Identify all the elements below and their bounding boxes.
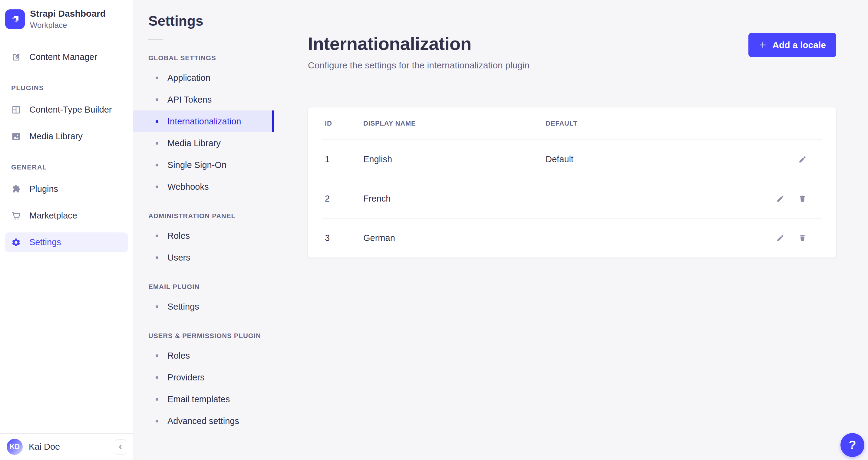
bullet-icon [156, 398, 158, 401]
chevron-left-icon [118, 444, 124, 450]
subnav-item-label: Webhooks [167, 182, 209, 192]
subnav-item-advanced-settings[interactable]: Advanced settings [133, 410, 274, 432]
layout-icon [11, 105, 21, 115]
bullet-icon [156, 98, 158, 101]
bullet-icon [156, 76, 158, 79]
subnav-item-label: Single Sign-On [167, 160, 226, 170]
row-actions [749, 155, 807, 163]
strapi-logo [5, 9, 25, 29]
delete-button[interactable] [798, 195, 807, 203]
delete-button[interactable] [798, 234, 807, 242]
subnav-item-label: Advanced settings [167, 416, 239, 426]
subnav-item-up-roles[interactable]: Roles [133, 345, 274, 366]
sidebar-item-label: Marketplace [29, 210, 77, 221]
sidebar-item-label: Plugins [29, 184, 58, 194]
subnav-item-label: API Tokens [167, 95, 212, 105]
pencil-icon [776, 234, 784, 242]
subnav-section-label: ADMINISTRATION PANEL [148, 212, 274, 220]
bullet-icon [156, 354, 158, 357]
subnav-item-webhooks[interactable]: Webhooks [133, 176, 274, 198]
sidebar-item-label: Settings [29, 237, 61, 247]
cell-id: 3 [325, 233, 363, 243]
puzzle-icon [11, 184, 21, 194]
pencil-icon [798, 155, 807, 163]
subnav-title-divider [148, 39, 163, 40]
nav-section-general: GENERAL [11, 163, 128, 171]
subnav-item-label: Application [167, 73, 210, 83]
cell-display-name: German [363, 233, 546, 243]
bullet-icon [156, 120, 158, 123]
main-sidebar: Strapi Dashboard Workplace Content Manag… [0, 0, 133, 460]
table-row[interactable]: 2 French [308, 179, 836, 218]
bullet-icon [156, 376, 158, 379]
subnav-item-email-settings[interactable]: Settings [133, 296, 274, 318]
user-name: Kai Doe [29, 442, 60, 452]
trash-icon [798, 234, 807, 242]
subnav-section-users-permissions: USERS & PERMISSIONS PLUGIN Roles Provide… [133, 332, 274, 432]
subnav-section-email-plugin: EMAIL PLUGIN Settings [133, 283, 274, 318]
nav-section-plugins: PLUGINS [11, 84, 128, 92]
subnav-item-application[interactable]: Application [133, 67, 274, 89]
sidebar-footer: KD Kai Doe [0, 433, 133, 460]
add-locale-button[interactable]: Add a locale [748, 33, 836, 57]
page-header: Internationalization Configure the setti… [308, 0, 836, 70]
subnav-item-label: Settings [167, 302, 199, 312]
subnav-section-label: GLOBAL SETTINGS [148, 54, 274, 62]
help-button[interactable]: ? [840, 433, 864, 457]
row-actions [749, 195, 807, 203]
locales-table: ID DISPLAY NAME DEFAULT 1 English Defaul… [308, 107, 836, 258]
workplace-switcher[interactable]: Strapi Dashboard Workplace [0, 0, 133, 39]
sidebar-item-content-type-builder[interactable]: Content-Type Builder [5, 100, 128, 120]
subnav-item-admin-users[interactable]: Users [133, 247, 274, 268]
subnav-item-providers[interactable]: Providers [133, 366, 274, 388]
cell-display-name: English [363, 154, 546, 164]
subnav-item-label: Providers [167, 372, 205, 383]
add-locale-label: Add a locale [772, 40, 826, 50]
sidebar-item-label: Content Manager [29, 52, 97, 62]
sidebar-item-plugins[interactable]: Plugins [5, 179, 128, 199]
edit-button[interactable] [776, 195, 784, 203]
sidebar-item-media-library[interactable]: Media Library [5, 127, 128, 146]
subnav-item-media-library[interactable]: Media Library [133, 132, 274, 154]
main-navigation: Content Manager PLUGINS Content-Type Bui… [0, 39, 133, 434]
row-actions [749, 234, 807, 242]
page-title: Internationalization [308, 33, 529, 54]
bullet-icon [156, 420, 158, 423]
collapse-sidebar-button[interactable] [115, 439, 126, 455]
subnav-item-label: Roles [167, 231, 190, 241]
edit-button[interactable] [798, 155, 807, 163]
subnav-item-admin-roles[interactable]: Roles [133, 225, 274, 247]
subnav-section-label: USERS & PERMISSIONS PLUGIN [148, 332, 274, 340]
write-icon [11, 52, 21, 62]
sidebar-item-marketplace[interactable]: Marketplace [5, 206, 128, 226]
sidebar-item-label: Content-Type Builder [29, 105, 112, 115]
bullet-icon [156, 234, 158, 237]
workspace-title: Strapi Dashboard [30, 8, 106, 19]
subnav-section-label: EMAIL PLUGIN [148, 283, 274, 291]
table-row[interactable]: 1 English Default [308, 140, 836, 179]
sidebar-item-label: Media Library [29, 131, 83, 141]
column-header-id: ID [325, 120, 363, 127]
sidebar-item-content-manager[interactable]: Content Manager [5, 47, 128, 67]
plus-icon [759, 41, 767, 49]
column-header-default: DEFAULT [546, 120, 749, 127]
subnav-item-email-templates[interactable]: Email templates [133, 388, 274, 410]
subnav-item-single-sign-on[interactable]: Single Sign-On [133, 154, 274, 176]
subnav-item-label: Media Library [167, 138, 221, 148]
table-row[interactable]: 3 German [308, 219, 836, 258]
cell-display-name: French [363, 194, 546, 204]
subnav-item-label: Email templates [167, 394, 230, 404]
edit-button[interactable] [776, 234, 784, 242]
subnav-item-api-tokens[interactable]: API Tokens [133, 89, 274, 110]
bullet-icon [156, 256, 158, 259]
trash-icon [798, 195, 807, 203]
cell-default: Default [546, 154, 749, 164]
subnav-title: Settings [148, 13, 274, 29]
bullet-icon [156, 186, 158, 188]
sidebar-item-settings[interactable]: Settings [5, 232, 128, 253]
table-header-row: ID DISPLAY NAME DEFAULT [308, 107, 836, 139]
subnav-item-internationalization[interactable]: Internationalization [133, 110, 274, 132]
avatar[interactable]: KD [7, 439, 23, 455]
bullet-icon [156, 164, 158, 166]
subnav-item-label: Internationalization [167, 117, 241, 127]
